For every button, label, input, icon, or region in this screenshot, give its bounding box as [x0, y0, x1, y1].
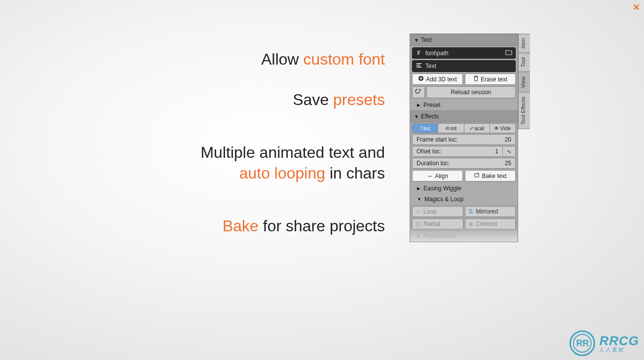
label: Bake text	[482, 173, 506, 180]
svg-rect-0	[417, 63, 421, 64]
label: Preset	[423, 102, 441, 108]
label: Loop	[423, 208, 437, 215]
section-title: Text	[421, 36, 432, 43]
erase-text-button[interactable]: Erase text	[465, 73, 516, 85]
preset-item[interactable]: ▶ Preset	[410, 100, 518, 110]
feature-line-3: Multiple animated text and auto looping …	[200, 130, 385, 183]
label: Frame start loc:	[417, 136, 457, 143]
font-path-input[interactable]: F font\path	[412, 47, 516, 59]
tab-vide[interactable]: 👁Vide	[490, 124, 515, 133]
reload-icon	[415, 88, 422, 97]
mirrored-toggle[interactable]: ⇅Mirrored	[465, 206, 516, 217]
chevron-right-icon: ▶	[417, 186, 420, 191]
svg-rect-2	[417, 67, 421, 68]
label: scal	[474, 125, 484, 131]
chevron-down-icon: ▼	[417, 197, 421, 202]
rot-icon: ⟲	[445, 126, 449, 131]
label: Align	[435, 173, 448, 180]
text: in chars	[325, 164, 385, 182]
frame-start-loc-field[interactable]: Frame start loc:20	[412, 134, 516, 145]
transform-tabs: ⤴loc ⟲rot ⤢scal 👁Vide	[412, 123, 516, 133]
feature-line-4: Bake for share projects	[223, 203, 385, 237]
text-icon	[416, 62, 422, 70]
value: 25	[505, 160, 511, 167]
vtab-item[interactable]: Item	[518, 34, 530, 53]
chevron-down-icon: ▼	[414, 114, 419, 119]
text: Allow	[261, 50, 303, 68]
tab-loc[interactable]: ⤴loc	[413, 124, 438, 133]
svg-point-4	[419, 89, 421, 90]
highlight: Bake	[223, 217, 259, 235]
spiral-icon: ◉	[467, 220, 474, 227]
plus-circle-icon	[418, 75, 424, 83]
section-header-effects[interactable]: ▼ Effects	[410, 110, 518, 122]
vertical-tabs: Item Tool View Text Effects	[518, 34, 530, 242]
font-icon: F	[416, 49, 422, 57]
easing-wiggle-item[interactable]: ▶ Easing Wiggle	[410, 183, 518, 194]
tab-rot[interactable]: ⟲rot	[438, 124, 464, 133]
section-title: Effects	[421, 113, 439, 120]
tab-scal[interactable]: ⤢scal	[464, 124, 490, 133]
appearance-item[interactable]: ▶ Appearance	[410, 231, 518, 242]
radial-toggle[interactable]: ▥Radial	[412, 218, 463, 229]
label: Ofset loc:	[417, 148, 442, 155]
watermark-subtitle: 人人素材	[599, 347, 639, 353]
curve-icon: ∿	[507, 148, 511, 155]
mirror-icon: ⇅	[467, 208, 474, 215]
watermark-badge: RR	[569, 330, 595, 356]
label: Easing Wiggle	[423, 185, 461, 192]
reload-session-button[interactable]: Reload session	[426, 86, 516, 98]
vtab-text-effects[interactable]: Text Effects	[518, 92, 530, 129]
sidebar-panel: ▼ Text F font\path Text	[410, 34, 518, 242]
highlight: presets	[333, 91, 385, 108]
loop-toggle[interactable]: ∿Loop	[412, 206, 463, 217]
label: Radial	[423, 220, 440, 227]
highlight: custom font	[303, 50, 385, 68]
svg-rect-5	[475, 174, 479, 177]
svg-rect-1	[417, 65, 420, 66]
value: 1	[495, 148, 498, 155]
vtab-tool[interactable]: Tool	[518, 53, 530, 72]
text: Multiple animated text and	[200, 144, 385, 161]
section-header-text[interactable]: ▼ Text	[410, 34, 518, 46]
curve-icon-button[interactable]: ∿	[502, 146, 515, 156]
label: Mirrored	[476, 208, 498, 215]
scale-icon: ⤢	[469, 126, 473, 131]
text: for share projects	[259, 217, 385, 235]
vtab-view[interactable]: View	[518, 72, 530, 93]
bake-icon	[474, 172, 480, 180]
magics-toggle-grid: ∿Loop ⇅Mirrored ▥Radial ◉Centred	[412, 206, 516, 229]
feature-line-1: Allow custom font	[261, 49, 385, 70]
label: Add 3D text	[426, 76, 457, 83]
reload-icon-button[interactable]	[412, 86, 425, 98]
eye-icon: 👁	[494, 126, 499, 131]
label: Centred	[476, 220, 497, 227]
trash-icon	[473, 75, 479, 83]
feature-line-2: Save presets	[293, 90, 385, 110]
loc-icon: ⤴	[420, 126, 422, 131]
font-path-value: font\path	[425, 50, 449, 57]
text-input[interactable]: Text	[412, 60, 516, 72]
align-button[interactable]: ↔ Align	[412, 170, 463, 181]
wave-icon: ∿	[415, 208, 421, 215]
magics-loop-item[interactable]: ▼ Magics & Loop	[410, 194, 518, 205]
label: loc	[423, 125, 430, 131]
close-x[interactable]: ✕	[633, 2, 640, 13]
folder-icon[interactable]	[505, 49, 512, 57]
panel-wrapper: ▼ Text F font\path Text	[410, 34, 532, 242]
radial-icon: ▥	[415, 220, 421, 227]
chevron-right-icon: ▶	[417, 234, 420, 239]
highlight: auto looping	[239, 164, 325, 182]
duration-loc-field[interactable]: Duration loc:25	[412, 158, 516, 169]
add-3d-text-button[interactable]: Add 3D text	[412, 73, 463, 85]
watermark: RR RRCG 人人素材	[569, 330, 639, 356]
label: Erase text	[481, 76, 507, 83]
label: Appearance	[423, 233, 455, 240]
centred-toggle[interactable]: ◉Centred	[465, 218, 516, 229]
watermark-title: RRCG	[599, 334, 639, 347]
text: Save	[293, 91, 333, 108]
offset-loc-field[interactable]: Ofset loc:1 ∿	[412, 146, 516, 157]
label: Duration loc:	[417, 160, 450, 167]
chevron-down-icon: ▼	[414, 37, 419, 43]
bake-text-button[interactable]: Bake text	[465, 170, 516, 181]
